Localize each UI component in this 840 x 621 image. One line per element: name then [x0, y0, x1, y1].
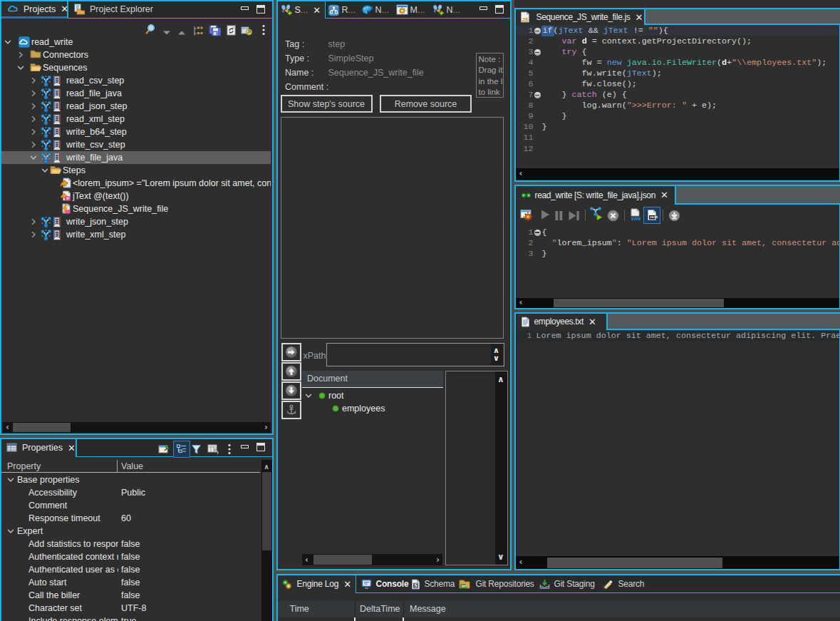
tab-projects[interactable]: Projects ✕: [1, 1, 67, 19]
scroll-thumb[interactable]: [13, 423, 71, 432]
step-over-button[interactable]: [568, 209, 580, 222]
chevron-collapsed-icon[interactable]: [30, 116, 37, 123]
chevron-collapsed-icon[interactable]: [30, 231, 37, 238]
js-code-area[interactable]: 1if(jText && jText != ""){2 var d = cont…: [516, 25, 839, 168]
fold-collapse-icon[interactable]: [534, 49, 541, 56]
scroll-arrow-icon[interactable]: ∧: [264, 463, 269, 471]
chevron-expanded-icon[interactable]: [7, 476, 14, 483]
expand-levels-button[interactable]: [193, 24, 204, 37]
tab-sequence-0[interactable]: S...✕: [278, 1, 325, 19]
json-code[interactable]: 1{2 "lorem_ipsum": "Lorem ipsum dolor si…: [516, 227, 839, 260]
show-step-source-button[interactable]: Show step's source: [281, 95, 373, 113]
tree-item-read_xml_step[interactable]: read_xml_step: [1, 113, 271, 125]
doc-tree-item-root[interactable]: root: [302, 389, 442, 402]
tab-project-explorer[interactable]: Project Explorer: [68, 1, 173, 18]
tree-item-read_csv_step[interactable]: read_csv_step: [1, 74, 271, 87]
doc-tree-item-employees[interactable]: employees: [302, 402, 442, 415]
tab-git-staging[interactable]: Git Staging: [536, 575, 595, 593]
property-row-authenticated_user_as_cache_key[interactable]: Authenticated user as cache keyfalse: [1, 563, 260, 576]
tab-sequence-2[interactable]: N...: [360, 1, 395, 19]
tab-schema[interactable]: SSchema: [408, 575, 455, 593]
col-value[interactable]: Value: [121, 461, 143, 471]
run-sequence-button[interactable]: [589, 207, 603, 220]
scroll-arrow-icon[interactable]: ›: [264, 423, 268, 431]
property-row-comment[interactable]: Comment: [1, 499, 260, 512]
save-all-button[interactable]: [209, 24, 221, 36]
chevron-collapsed-icon[interactable]: [30, 128, 37, 135]
property-row-auto_start[interactable]: Auto startfalse: [1, 576, 260, 589]
chevron-expanded-icon[interactable]: [305, 392, 312, 399]
col-deltatime[interactable]: DeltaTime: [360, 604, 400, 614]
tab-search[interactable]: Search: [599, 575, 645, 593]
column-divider[interactable]: [117, 460, 118, 473]
tab-engine-log[interactable]: Engine Log✕: [278, 575, 356, 593]
property-row-accessibility[interactable]: AccessibilityPublic: [1, 486, 260, 499]
tree-item-_lorem_ipsum_Lorem_ipsum_dol[interactable]: <lorem_ipsum> ="Lorem ipsum dolor sit am…: [1, 177, 271, 190]
js-code[interactable]: 1if(jText && jText != ""){2 var d = cont…: [516, 26, 839, 155]
pause-button[interactable]: [554, 209, 564, 222]
maximize-icon[interactable]: [495, 5, 504, 14]
property-row-include_response_element[interactable]: Include response elementtrue: [1, 615, 260, 621]
scroll-thumb[interactable]: [262, 472, 271, 550]
play-button[interactable]: [540, 208, 550, 221]
tree-item-Sequence_JS_write_file[interactable]: Sequence_JS_write_file: [1, 202, 271, 215]
stop-button[interactable]: [607, 209, 619, 222]
chevron-collapsed-icon[interactable]: [17, 51, 24, 58]
filter-button[interactable]: [191, 443, 202, 456]
close-icon[interactable]: ✕: [588, 317, 596, 327]
engine-settings-button[interactable]: [520, 208, 533, 221]
column-divider[interactable]: [403, 601, 404, 618]
chevron-collapsed-icon[interactable]: [30, 77, 37, 84]
txt-hscrollbar[interactable]: ‹: [516, 556, 839, 569]
property-row-character_set[interactable]: Character setUTF-8: [1, 602, 260, 615]
scroll-arrow-icon[interactable]: ∨: [493, 354, 499, 363]
minimize-icon[interactable]: [241, 6, 249, 10]
tree-item-Steps[interactable]: Steps: [1, 164, 271, 177]
xpath-down-button[interactable]: [281, 381, 301, 400]
scroll-arrow-icon[interactable]: ›: [436, 555, 440, 564]
txt-code-area[interactable]: 1Lorem ipsum dolor sit amet, consectetur…: [516, 330, 839, 556]
scroll-arrow-icon[interactable]: ‹: [519, 298, 523, 307]
deploy-button[interactable]: [241, 24, 254, 37]
show-categories-button[interactable]: [173, 441, 190, 458]
show-xml-button[interactable]: xml: [629, 208, 642, 222]
pin-to-selection-button[interactable]: [158, 443, 171, 456]
show-json-button[interactable]: JSON: [643, 207, 660, 225]
txt-code[interactable]: 1Lorem ipsum dolor sit amet, consectetur…: [516, 331, 839, 342]
chevron-collapsed-icon[interactable]: [30, 141, 37, 148]
xpath-up-button[interactable]: [281, 362, 301, 381]
xpath-apply-button[interactable]: [281, 343, 301, 361]
restore-default-button[interactable]: [207, 443, 219, 456]
tab-console[interactable]: Console: [358, 575, 409, 593]
tab-git-repositories[interactable]: GITGit Repositories: [455, 575, 534, 593]
doc-hscrollbar[interactable]: ‹ ›: [302, 554, 442, 565]
close-icon[interactable]: ✕: [313, 5, 321, 16]
tree-item-Connectors[interactable]: Connectors: [1, 48, 271, 61]
close-icon[interactable]: ✕: [636, 12, 643, 23]
close-icon[interactable]: ✕: [343, 579, 351, 590]
tree-item-Sequences[interactable]: Sequences: [1, 61, 271, 74]
column-divider[interactable]: [355, 601, 356, 618]
result-vscrollbar[interactable]: ∧ ∨: [495, 371, 507, 565]
tab-sequence-3[interactable]: M...: [395, 1, 431, 19]
fold-collapse-icon[interactable]: [534, 28, 541, 34]
col-message[interactable]: Message: [410, 604, 446, 614]
tab-js-file[interactable]: JS Sequence_JS_write_file.js ✕: [516, 9, 644, 25]
tree-item-write_file_java[interactable]: write_file_java: [1, 151, 271, 164]
chevron-expanded-icon[interactable]: [4, 39, 11, 46]
scroll-arrow-icon[interactable]: ‹: [519, 169, 523, 178]
fold-collapse-icon[interactable]: [534, 230, 541, 236]
tree-item-write_csv_step[interactable]: write_csv_step: [1, 138, 271, 151]
chevron-expanded-icon[interactable]: [41, 167, 48, 174]
document-header[interactable]: Document: [302, 371, 443, 388]
search-button[interactable]: [145, 22, 158, 36]
scroll-arrow-icon[interactable]: ‹: [519, 558, 523, 566]
xpath-input[interactable]: ∧ ∨: [326, 343, 504, 366]
col-property[interactable]: Property: [7, 461, 41, 471]
tree-item-write_json_step[interactable]: write_json_step: [1, 215, 271, 228]
properties-vscrollbar[interactable]: ∧: [261, 460, 272, 621]
projects-hscrollbar[interactable]: ‹ ›: [3, 422, 271, 433]
download-button[interactable]: [668, 209, 680, 222]
tree-item-read_write[interactable]: read_write: [1, 36, 271, 48]
tab-sequence-4[interactable]: N...: [431, 1, 467, 19]
